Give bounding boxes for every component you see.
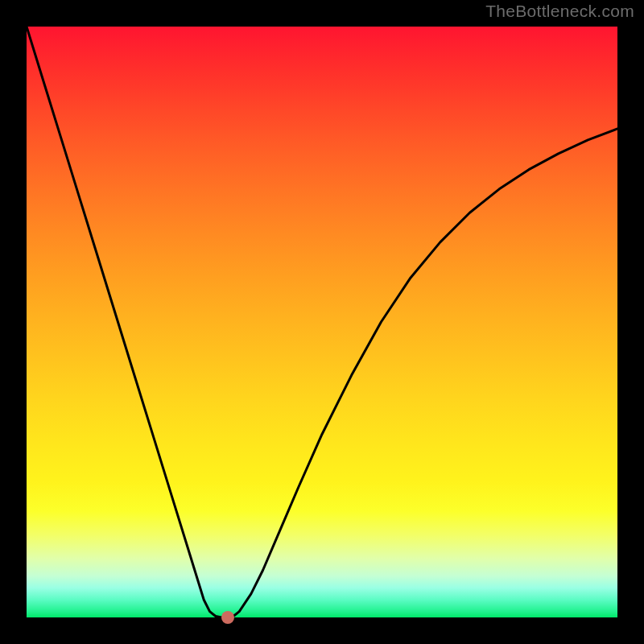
- bottleneck-curve: [27, 27, 617, 617]
- curve-svg: [27, 27, 617, 617]
- optimal-point-marker: [221, 611, 234, 624]
- attribution-label: TheBottleneck.com: [485, 2, 634, 21]
- plot-area: [27, 27, 617, 617]
- chart-container: TheBottleneck.com: [0, 0, 644, 644]
